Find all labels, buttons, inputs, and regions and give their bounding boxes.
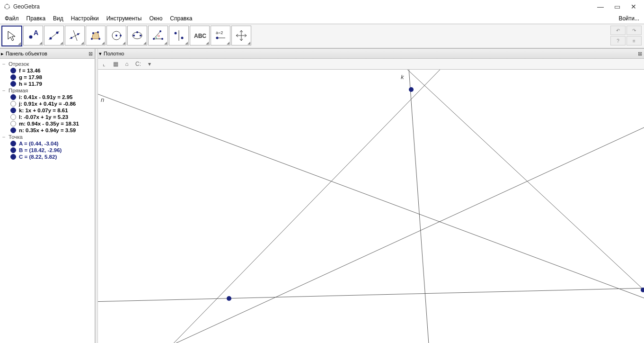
tool-reflect[interactable] — [169, 26, 189, 45]
tree-cat-segment[interactable]: Отрезок — [1, 61, 94, 67]
svg-text:A: A — [34, 29, 38, 36]
svg-point-7 — [50, 37, 52, 40]
tool-text[interactable]: ABC — [190, 26, 210, 45]
visibility-dot-icon[interactable] — [10, 68, 16, 73]
tool-polygon[interactable] — [86, 26, 106, 45]
svg-line-38 — [392, 70, 644, 311]
visibility-dot-icon[interactable] — [10, 121, 16, 126]
canvas-collapse-icon[interactable]: ▾ — [99, 51, 102, 57]
svg-point-17 — [92, 32, 94, 34]
label-n: n — [101, 96, 104, 103]
app-title: GeoGebra — [13, 3, 40, 10]
window-close[interactable]: ✕ — [631, 3, 636, 10]
menu-file[interactable]: Файл — [2, 14, 22, 23]
canvas-close-button[interactable]: ⊠ — [636, 50, 643, 57]
svg-point-35 — [216, 37, 219, 39]
tool-conic[interactable] — [127, 26, 147, 45]
point-a — [227, 296, 231, 301]
window-maximize[interactable]: ▭ — [614, 3, 620, 10]
svg-text:a=2: a=2 — [216, 30, 223, 35]
visibility-dot-icon[interactable] — [10, 147, 16, 153]
menu-edit[interactable]: Правка — [24, 14, 49, 23]
tree-item-n[interactable]: n: 0.35x + 0.94y = 3.59 — [1, 127, 94, 134]
svg-point-31 — [181, 37, 184, 39]
drawing-canvas[interactable]: k n — [98, 70, 644, 343]
visibility-dot-icon[interactable] — [10, 101, 16, 107]
svg-point-25 — [153, 38, 155, 40]
svg-line-41 — [132, 117, 644, 343]
app-icon — [4, 3, 10, 10]
visibility-dot-icon[interactable] — [10, 108, 16, 113]
tool-pan[interactable] — [231, 26, 251, 45]
visibility-dot-icon[interactable] — [10, 74, 16, 80]
menubar: Файл Правка Вид Настройки Инструменты Ок… — [0, 13, 644, 24]
menu-tools[interactable]: Инструменты — [104, 14, 145, 23]
tool-point[interactable]: A — [23, 26, 43, 45]
tree-item-i[interactable]: i: 0.41x - 0.91y = 2.95 — [1, 94, 94, 100]
svg-line-40 — [98, 288, 644, 302]
objects-panel-header: ▸ Панель объектов ⊠ — [0, 49, 95, 59]
tool-angle[interactable]: α — [148, 26, 168, 45]
svg-point-2 — [9, 7, 10, 9]
tree-item-g[interactable]: g = 17.98 — [1, 74, 94, 81]
menu-window[interactable]: Окно — [146, 14, 165, 23]
svg-point-0 — [5, 4, 9, 9]
titlebar: GeoGebra — ▭ ✕ — [0, 0, 644, 13]
svg-text:α: α — [158, 34, 160, 38]
tool-line[interactable] — [44, 26, 64, 45]
tool-circle[interactable] — [106, 26, 126, 45]
tool-move[interactable] — [1, 26, 22, 46]
tree-item-m[interactable]: m: 0.94x - 0.35y = 18.31 — [1, 120, 94, 127]
tree-item-c[interactable]: C = (8.22, 5.82) — [1, 153, 94, 160]
axes-toggle-icon[interactable]: ⌞ — [100, 60, 108, 68]
window-minimize[interactable]: — — [597, 3, 604, 10]
label-k: k — [401, 73, 404, 81]
tool-slider[interactable]: a=2 — [211, 26, 230, 45]
canvas-title: Полотно — [104, 51, 124, 56]
svg-point-19 — [115, 35, 117, 36]
tree-cat-point[interactable]: Точка — [1, 134, 94, 140]
menu-help[interactable]: Справка — [167, 14, 195, 23]
svg-line-39 — [408, 70, 430, 343]
menu-view[interactable]: Вид — [50, 14, 66, 23]
visibility-dot-icon[interactable] — [10, 127, 16, 133]
help-button[interactable]: ? — [610, 36, 626, 45]
svg-line-10 — [73, 30, 77, 41]
svg-point-24 — [136, 31, 138, 33]
canvas-dropdown-icon[interactable]: ▾ — [145, 60, 154, 68]
svg-point-15 — [98, 38, 100, 40]
tree-item-b[interactable]: B = (18.42, -2.96) — [1, 147, 94, 153]
tree-item-a[interactable]: A = (0.44, -3.04) — [1, 140, 94, 147]
visibility-dot-icon[interactable] — [10, 154, 16, 160]
grid-toggle-icon[interactable]: ▦ — [111, 60, 120, 68]
home-view-icon[interactable]: ⌂ — [123, 60, 131, 68]
options-button[interactable]: ≡ — [626, 36, 642, 45]
panel-close-button[interactable]: ⊠ — [87, 50, 94, 57]
tree-item-f[interactable]: f = 13.46 — [1, 67, 94, 74]
visibility-dot-icon[interactable] — [10, 141, 16, 146]
svg-point-26 — [161, 38, 163, 40]
canvas-extra-icon[interactable]: C: — [134, 60, 142, 68]
tree-item-l[interactable]: l: -0.07x + 1y = 5.23 — [1, 114, 94, 120]
svg-text:ABC: ABC — [194, 33, 206, 39]
tool-perpendicular[interactable] — [65, 26, 85, 45]
svg-point-16 — [97, 31, 99, 33]
tree-item-h[interactable]: h = 11.79 — [1, 81, 94, 87]
svg-point-20 — [120, 35, 122, 36]
svg-point-11 — [71, 37, 72, 39]
tree-item-k[interactable]: k: 1x + 0.07y = 8.61 — [1, 107, 94, 114]
visibility-dot-icon[interactable] — [10, 114, 16, 120]
canvas-panel: ▾ Полотно ⊠ ⌞ ▦ ⌂ C: ▾ — [98, 49, 644, 343]
undo-button[interactable]: ↶ — [610, 26, 626, 35]
svg-point-23 — [140, 35, 141, 36]
objects-tree: Отрезок f = 13.46 g = 17.98 h = 11.79 Пр… — [0, 59, 95, 162]
svg-line-36 — [98, 91, 644, 307]
tree-item-j[interactable]: j: 0.91x + 0.41y = -0.86 — [1, 100, 94, 107]
redo-button[interactable]: ↷ — [626, 26, 642, 35]
login-link[interactable]: Войти... — [616, 14, 642, 23]
visibility-dot-icon[interactable] — [10, 94, 16, 100]
menu-settings[interactable]: Настройки — [68, 14, 102, 23]
panel-collapse-icon[interactable]: ▸ — [1, 51, 4, 57]
tree-cat-line[interactable]: Прямая — [1, 87, 94, 94]
visibility-dot-icon[interactable] — [10, 81, 16, 87]
